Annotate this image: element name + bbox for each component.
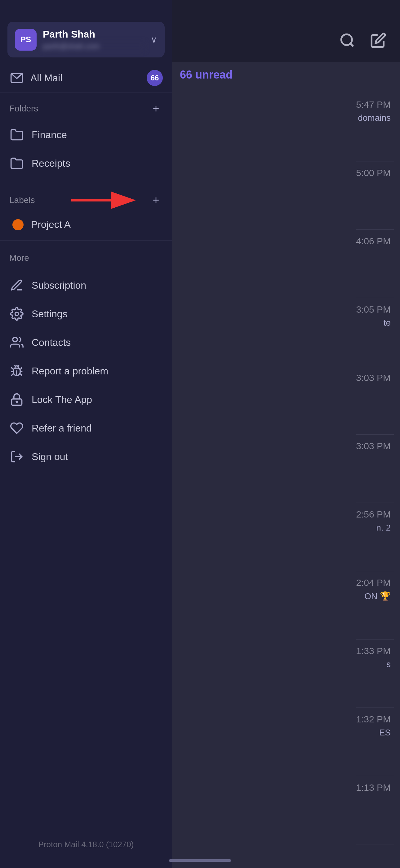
label-project-a[interactable]: Project A bbox=[0, 212, 172, 237]
compose-icon[interactable] bbox=[369, 31, 388, 50]
version-text: Proton Mail 4.18.0 (10270) bbox=[38, 840, 134, 849]
email-time-list: 5:47 PMdomains5:00 PM4:06 PM3:05 PMte3:0… bbox=[356, 93, 394, 844]
folder-receipts-label: Receipts bbox=[32, 158, 70, 169]
lock-app-label: Lock The App bbox=[32, 394, 92, 405]
sign-out-item[interactable]: Sign out bbox=[0, 442, 172, 471]
add-label-button[interactable]: + bbox=[149, 193, 163, 207]
subscription-label: Subscription bbox=[32, 280, 86, 291]
svg-point-7 bbox=[16, 401, 18, 403]
settings-item[interactable]: Settings bbox=[0, 300, 172, 328]
subscription-item[interactable]: Subscription bbox=[0, 271, 172, 300]
email-time-row: 3:03 PM bbox=[356, 366, 394, 435]
sign-out-label: Sign out bbox=[32, 451, 68, 463]
email-time-row: 2:56 PMn. 2 bbox=[356, 503, 394, 571]
email-time-row: 1:33 PMs bbox=[356, 640, 394, 708]
email-time-row: 3:03 PM bbox=[356, 435, 394, 503]
folder-icon bbox=[9, 127, 24, 142]
version-footer: Proton Mail 4.18.0 (10270) bbox=[0, 827, 172, 868]
mail-count-badge: 66 bbox=[147, 70, 163, 86]
more-title: More bbox=[9, 253, 29, 263]
account-info: Parth Shah parth@shah.com bbox=[43, 29, 144, 51]
report-problem-label: Report a problem bbox=[32, 365, 108, 377]
email-time-row: 1:13 PM bbox=[356, 776, 394, 844]
folder-finance[interactable]: Finance bbox=[0, 120, 172, 149]
label-dot-project-a bbox=[12, 219, 24, 230]
email-time-row: 5:47 PMdomains bbox=[356, 93, 394, 161]
svg-point-5 bbox=[13, 337, 18, 342]
heart-icon bbox=[9, 421, 24, 436]
folder-receipts[interactable]: Receipts bbox=[0, 149, 172, 178]
lock-app-item[interactable]: Lock The App bbox=[0, 385, 172, 414]
label-project-a-label: Project A bbox=[31, 219, 71, 230]
refer-friend-label: Refer a friend bbox=[32, 423, 92, 434]
report-problem-item[interactable]: Report a problem bbox=[0, 357, 172, 385]
settings-label: Settings bbox=[32, 308, 68, 320]
email-time-row: 2:04 PMON 🏆 bbox=[356, 571, 394, 640]
svg-point-0 bbox=[341, 34, 352, 45]
search-icon[interactable] bbox=[338, 31, 357, 50]
lock-icon bbox=[9, 392, 24, 407]
subscription-icon bbox=[9, 278, 24, 293]
signout-icon bbox=[9, 449, 24, 464]
folders-section-header: Folders + bbox=[0, 93, 172, 120]
mail-icon bbox=[9, 70, 24, 85]
refer-friend-item[interactable]: Refer a friend bbox=[0, 414, 172, 442]
chevron-down-icon[interactable]: ∨ bbox=[151, 34, 157, 45]
labels-section-header: Labels + bbox=[0, 184, 172, 212]
all-mail-item[interactable]: All Mail 66 bbox=[0, 64, 172, 93]
folder-finance-label: Finance bbox=[32, 129, 67, 141]
divider-2 bbox=[0, 240, 172, 241]
account-header[interactable]: PS Parth Shah parth@shah.com ∨ bbox=[7, 22, 165, 57]
sidebar: PS Parth Shah parth@shah.com ∨ All Mail … bbox=[0, 0, 172, 868]
svg-line-1 bbox=[351, 43, 353, 46]
add-folder-button[interactable]: + bbox=[149, 102, 163, 116]
avatar: PS bbox=[15, 29, 37, 51]
account-name: Parth Shah bbox=[43, 29, 144, 40]
top-bar bbox=[172, 0, 400, 62]
account-email: parth@shah.com bbox=[43, 42, 144, 51]
more-section: Subscription Settings Contacts Report a … bbox=[0, 268, 172, 471]
divider-1 bbox=[0, 181, 172, 181]
all-mail-label: All Mail bbox=[30, 72, 140, 84]
email-time-row: 5:00 PM bbox=[356, 161, 394, 230]
home-indicator bbox=[169, 859, 231, 862]
folder-receipts-icon bbox=[9, 156, 24, 171]
bug-icon bbox=[9, 364, 24, 378]
svg-point-4 bbox=[15, 312, 19, 316]
more-section-header: More bbox=[0, 244, 172, 268]
folders-title: Folders bbox=[9, 104, 38, 114]
labels-title: Labels bbox=[9, 195, 35, 205]
unread-count: 66 unread bbox=[180, 68, 233, 81]
email-time-row: 1:32 PMES bbox=[356, 708, 394, 776]
contacts-label: Contacts bbox=[32, 337, 71, 348]
email-time-row: 4:06 PM bbox=[356, 230, 394, 298]
contacts-item[interactable]: Contacts bbox=[0, 328, 172, 357]
email-time-row: 3:05 PMte bbox=[356, 298, 394, 366]
settings-icon bbox=[9, 306, 24, 321]
contacts-icon bbox=[9, 335, 24, 350]
